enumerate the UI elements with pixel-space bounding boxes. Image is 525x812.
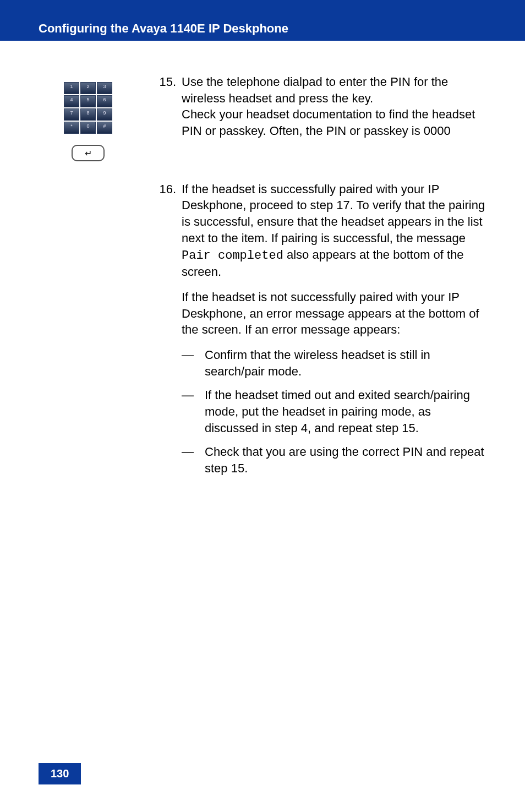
step-15: 15. Use the telephone dialpad to enter t… (154, 74, 486, 148)
top-bar (0, 0, 525, 17)
step-16-para1: If the headset is successfully paired wi… (182, 181, 486, 280)
code-text: Pair completed (182, 249, 283, 263)
text-run: key. (352, 91, 373, 105)
dial-key-3: 3 (97, 82, 112, 94)
step-body: If the headset is successfully paired wi… (182, 181, 486, 484)
dial-key-star: * (64, 122, 79, 134)
dash-icon: — (182, 387, 195, 436)
bullet-list: — Confirm that the wireless headset is s… (182, 347, 486, 477)
step-16-para2: If the headset is not successfully paire… (182, 289, 486, 338)
dialpad-illustration: 1 2 3 4 5 6 7 8 9 * 0 # (64, 82, 112, 134)
dial-key-7: 7 (64, 108, 79, 121)
step-body: Use the telephone dialpad to enter the P… (182, 74, 486, 148)
dash-icon: — (182, 347, 195, 379)
page-number: 130 (39, 763, 81, 784)
list-item: — Check that you are using the correct P… (182, 444, 486, 476)
dial-key-0: 0 (80, 122, 96, 134)
text-run: item. If pairing is successful, the mess… (242, 231, 466, 245)
dial-key-4: 4 (64, 95, 79, 107)
dial-key-9: 9 (97, 108, 112, 121)
dial-key-5: 5 (80, 95, 96, 107)
step-number: 16. (154, 181, 176, 484)
list-item: — If the headset timed out and exited se… (182, 387, 486, 436)
text-run: Use the telephone dialpad to enter the P… (182, 75, 448, 105)
page-header: Configuring the Avaya 1140E IP Deskphone (0, 17, 525, 41)
bullet-text: If the headset timed out and exited sear… (205, 387, 486, 436)
dial-key-1: 1 (64, 82, 79, 94)
dial-key-2: 2 (80, 82, 96, 94)
list-item: — Confirm that the wireless headset is s… (182, 347, 486, 379)
content-area: 1 2 3 4 5 6 7 8 9 * 0 # ↵ 15. Use the te… (0, 41, 525, 517)
dash-icon: — (182, 444, 195, 476)
left-column: 1 2 3 4 5 6 7 8 9 * 0 # ↵ (39, 74, 138, 517)
dial-key-8: 8 (80, 108, 96, 121)
right-column: 15. Use the telephone dialpad to enter t… (154, 74, 486, 517)
bullet-text: Confirm that the wireless headset is sti… (205, 347, 486, 379)
enter-icon: ↵ (85, 148, 92, 159)
text-run: Check your headset documentation to find… (182, 107, 475, 138)
dial-key-6: 6 (97, 95, 112, 107)
bullet-text: Check that you are using the correct PIN… (205, 444, 486, 476)
step-number: 15. (154, 74, 176, 148)
dial-key-hash: # (97, 122, 112, 134)
step-16: 16. If the headset is successfully paire… (154, 181, 486, 484)
step-15-text: Use the telephone dialpad to enter the P… (182, 74, 486, 139)
enter-key-illustration: ↵ (72, 145, 105, 161)
page-title: Configuring the Avaya 1140E IP Deskphone (39, 21, 288, 36)
